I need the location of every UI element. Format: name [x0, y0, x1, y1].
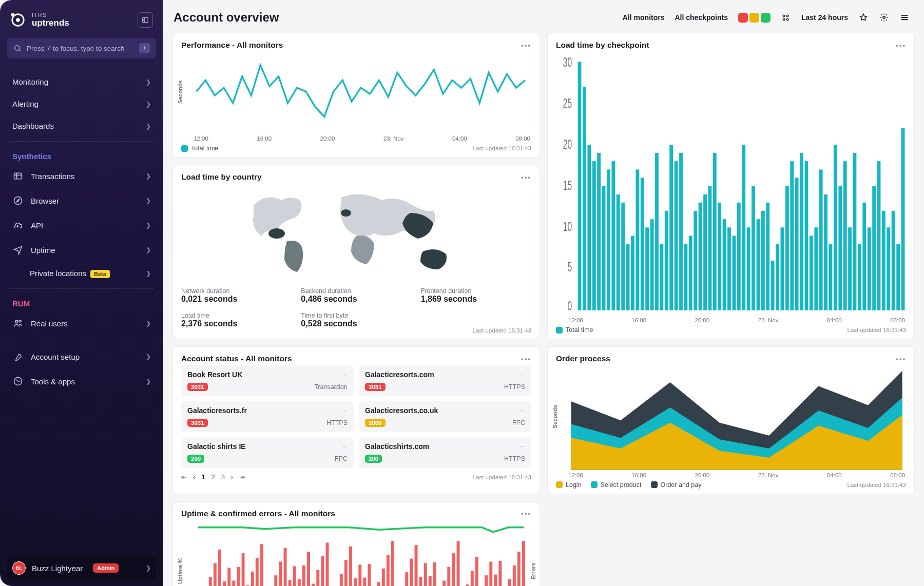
svg-rect-118 — [415, 545, 418, 586]
status-tile[interactable]: Galacticresorts.co.uk→2000FPC — [359, 401, 531, 432]
nav-transactions[interactable]: Transactions ❯ — [7, 164, 156, 188]
card-uptime-errors: Uptime & confirmed errors - All monitors… — [172, 501, 540, 586]
uptime-combo-chart — [181, 518, 531, 586]
nav-monitoring[interactable]: Monitoring ❯ — [7, 71, 156, 93]
page-number[interactable]: 2 — [211, 473, 215, 481]
status-code-badge: 2000 — [365, 419, 386, 427]
page-last-icon[interactable]: ⇥ — [239, 473, 245, 481]
x-axis-ticks: 12:0016:0020:0023. Nov04:0008:00 — [556, 315, 906, 323]
kpi-value: 0,528 seconds — [301, 319, 411, 328]
page-first-icon[interactable]: ⇤ — [181, 473, 187, 481]
svg-rect-95 — [522, 541, 525, 586]
svg-rect-141 — [307, 552, 310, 586]
svg-text:30: 30 — [563, 55, 572, 70]
kpi-value: 0,486 seconds — [301, 295, 411, 304]
nav-account-setup[interactable]: Account setup ❯ — [7, 344, 156, 369]
search-bar[interactable]: / — [7, 38, 156, 58]
legend-label: Total time — [566, 326, 593, 334]
svg-rect-73 — [824, 194, 827, 310]
menu-icon[interactable] — [899, 12, 910, 23]
svg-rect-41 — [669, 145, 673, 310]
status-yellow-icon — [749, 13, 759, 23]
status-tile[interactable]: Galacticresorts.com→3031HTTPS — [359, 365, 531, 396]
svg-rect-48 — [703, 194, 707, 310]
svg-rect-159 — [223, 581, 226, 586]
svg-rect-50 — [713, 153, 717, 310]
svg-rect-102 — [489, 561, 492, 586]
star-icon[interactable] — [858, 12, 869, 23]
svg-rect-82 — [868, 227, 871, 310]
monitor-type: FPC — [512, 419, 525, 426]
card-menu-icon[interactable]: ••• — [896, 355, 906, 363]
nav-api[interactable]: API ❯ — [7, 213, 156, 238]
card-menu-icon[interactable]: ••• — [521, 510, 531, 517]
pagination[interactable]: ⇤ ‹ 1 2 3 › ⇥ — [181, 473, 245, 481]
page-number[interactable]: 3 — [221, 473, 225, 481]
status-tile[interactable]: Galacticresorts.fr→3031HTTPS — [181, 401, 354, 432]
page-next-icon[interactable]: › — [231, 473, 233, 481]
nav-real-users[interactable]: Real users ❯ — [7, 311, 156, 336]
svg-rect-139 — [316, 570, 319, 586]
svg-rect-130 — [358, 564, 361, 586]
gear-icon[interactable] — [879, 12, 889, 23]
page-number[interactable]: 1 — [201, 473, 205, 481]
svg-rect-38 — [655, 153, 659, 310]
page-title: Account overview — [174, 10, 279, 25]
svg-rect-120 — [405, 572, 408, 586]
svg-rect-36 — [645, 227, 649, 310]
svg-rect-143 — [298, 579, 301, 586]
svg-rect-131 — [354, 578, 357, 586]
svg-rect-117 — [419, 577, 422, 586]
page-prev-icon[interactable]: ‹ — [193, 473, 195, 481]
svg-point-13 — [787, 18, 789, 21]
card-country: Load time by country ••• — [172, 165, 540, 339]
svg-rect-83 — [872, 186, 876, 310]
nav-label: API — [31, 221, 43, 230]
status-tile[interactable]: Galacticshirts.com→200HTTPS — [359, 437, 531, 468]
last-updated: Last updated 16:31:43 — [473, 474, 531, 480]
card-menu-icon[interactable]: ••• — [896, 42, 906, 49]
nav-alerting[interactable]: Alerting ❯ — [7, 93, 156, 115]
chevron-right-icon: ❯ — [146, 353, 151, 360]
filter-all-checkpoints[interactable]: All checkpoints — [675, 13, 728, 22]
card-order-process: Order process ••• Seconds 12:0016:0020:0… — [547, 346, 915, 494]
last-updated: Last updated 16:31:43 — [473, 145, 531, 151]
nav-tools-apps[interactable]: Tools & apps ❯ — [7, 369, 156, 394]
grid-icon[interactable] — [781, 12, 791, 23]
status-tile[interactable]: Galactic shirts IE→200FPC — [181, 437, 354, 468]
card-title: Account status - All monitors — [181, 354, 292, 363]
chevron-right-icon: ❯ — [146, 564, 151, 572]
svg-rect-124 — [387, 555, 390, 586]
card-menu-icon[interactable]: ••• — [521, 173, 531, 181]
nav-label: Real users — [31, 319, 68, 328]
time-range[interactable]: Last 24 hours — [801, 13, 848, 22]
svg-text:25: 25 — [563, 96, 572, 111]
user-profile[interactable]: BL Buzz Lightyear Admin ❯ — [7, 555, 156, 581]
nav-dashboards[interactable]: Dashboards ❯ — [7, 115, 156, 137]
svg-rect-61 — [766, 203, 769, 310]
svg-rect-142 — [302, 565, 305, 586]
sidebar: ITRS uptrends / Monitoring ❯ Alerting ❯ — [0, 0, 163, 586]
status-tile[interactable]: Book Resort UK→3031Transaction — [181, 365, 354, 396]
search-input[interactable] — [27, 45, 134, 52]
nav-browser[interactable]: Browser ❯ — [7, 188, 156, 213]
svg-rect-156 — [237, 567, 240, 586]
status-color-filter[interactable] — [738, 13, 771, 23]
nav-private-locations[interactable]: Private locationsBeta ❯ — [7, 262, 156, 284]
nav-uptime[interactable]: Uptime ❯ — [7, 238, 156, 262]
svg-rect-119 — [410, 558, 413, 586]
kpi-label: Backend duration — [301, 287, 411, 295]
y-axis-label: Seconds — [177, 80, 183, 104]
transactions-icon — [12, 170, 24, 182]
svg-rect-30 — [617, 194, 620, 310]
kpi-label: Frontend duration — [421, 287, 531, 295]
svg-point-90 — [268, 228, 285, 239]
sidebar-collapse-button[interactable] — [138, 12, 153, 28]
filter-all-monitors[interactable]: All monitors — [623, 13, 665, 22]
card-menu-icon[interactable]: ••• — [521, 42, 531, 49]
svg-text:15: 15 — [563, 178, 572, 193]
svg-rect-162 — [209, 577, 212, 586]
card-menu-icon[interactable]: ••• — [521, 355, 531, 363]
svg-rect-110 — [452, 553, 455, 586]
legend-label: Order and pay — [661, 481, 702, 489]
